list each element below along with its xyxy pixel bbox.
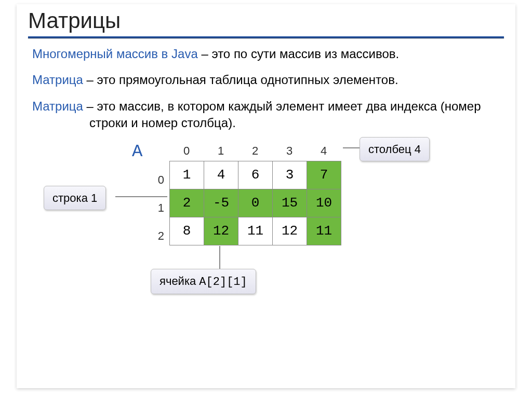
cell-2-3: 12 [273,217,307,245]
callout-column: столбец 4 [360,137,430,162]
matrix-row-0: 1 4 6 3 7 [170,161,341,189]
term-2: Матрица [32,73,83,87]
page-title: Матрицы [28,8,504,33]
text-3: – это массив, в котором каждый элемент и… [83,99,481,130]
definition-2: Матрица – это прямоугольная таблица одно… [32,72,500,88]
cell-2-4: 11 [307,217,341,245]
definition-1: Многомерный массив в Java – это по сути … [32,46,500,62]
cell-1-2: 0 [238,189,273,217]
text-1: – это по сути массив из массивов. [198,47,399,61]
col-index-1: 1 [204,143,238,159]
connector-cell [219,246,220,269]
cell-1-3: 15 [273,189,307,217]
row-index-2: 2 [154,222,164,250]
matrix-name: A [132,140,142,164]
connector-col [343,147,360,148]
col-index-2: 2 [238,143,272,159]
cell-0-1: 4 [204,161,238,189]
callout-cell: ячейка A[2][1] [151,269,256,295]
term-1: Многомерный массив в Java [32,47,198,61]
cell-1-0: 2 [170,189,204,217]
cell-0-2: 6 [238,161,273,189]
matrix-row-1: 2 -5 0 15 10 [170,189,341,217]
cell-0-3: 3 [273,161,307,189]
column-indices: 0 1 2 3 4 [169,143,341,159]
callout-cell-prefix: ячейка [159,275,199,287]
connector-row [115,196,167,197]
cell-0-4: 7 [307,161,341,189]
text-2: – это прямоугольная таблица однотипных э… [83,73,398,87]
row-index-1: 1 [154,194,164,222]
definition-3: Матрица – это массив, в котором каждый э… [32,98,500,132]
callout-row: строка 1 [44,186,106,211]
matrix-row-2: 8 12 11 12 11 [170,217,341,245]
cell-2-2: 11 [238,217,273,245]
cell-2-1: 12 [204,217,238,245]
col-index-3: 3 [272,143,307,159]
callout-cell-code: A[2][1] [199,276,247,289]
content: Многомерный массив в Java – это по сути … [17,38,515,308]
term-3: Матрица [32,99,83,113]
cell-0-0: 1 [170,161,204,189]
cell-2-0: 8 [170,217,204,245]
row-index-0: 0 [154,166,164,194]
matrix-table: 1 4 6 3 7 2 -5 0 15 10 8 12 11 12 [169,161,341,245]
slide: Матрицы Многомерный массив в Java – это … [17,4,515,388]
col-index-0: 0 [169,143,204,159]
row-indices: 0 1 2 [154,166,164,250]
col-index-4: 4 [307,143,341,159]
cell-1-4: 10 [307,189,341,217]
title-section: Матрицы [17,4,515,38]
matrix-area: A 0 1 2 3 4 0 1 2 1 4 6 3 7 [32,142,500,308]
cell-1-1: -5 [204,189,238,217]
